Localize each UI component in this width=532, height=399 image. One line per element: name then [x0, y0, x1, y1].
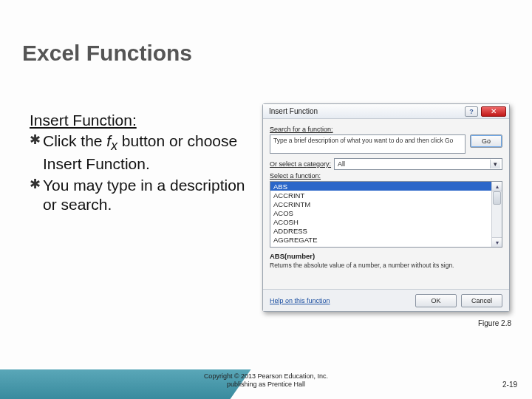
content-block: Insert Function: ✱ Click the fx button o… [30, 111, 259, 214]
list-item[interactable]: ACCRINT [270, 191, 491, 200]
list-item[interactable]: AGGREGATE [270, 235, 491, 244]
list-item[interactable]: ABS [270, 182, 491, 191]
bullet-2: ✱ You may type in a description or searc… [30, 176, 259, 215]
listbox-scrollbar[interactable]: ▴ ▾ [491, 182, 502, 247]
scroll-down-button[interactable]: ▾ [492, 237, 502, 247]
dialog-titlebar[interactable]: Insert Function ? ✕ [263, 104, 509, 119]
search-label: Search for a function: [270, 126, 502, 133]
insert-function-dialog: Insert Function ? ✕ Search for a functio… [262, 103, 510, 312]
function-description: Returns the absolute value of a number, … [270, 262, 502, 279]
dialog-body: Search for a function: Type a brief desc… [263, 119, 509, 279]
dialog-help-button[interactable]: ? [465, 106, 478, 117]
scroll-up-button[interactable]: ▴ [492, 182, 502, 191]
search-input[interactable]: Type a brief description of what you wan… [270, 134, 466, 154]
slide-title: Excel Functions [22, 41, 192, 66]
page-number: 2-19 [502, 381, 517, 389]
scroll-thumb[interactable] [493, 191, 501, 205]
cancel-button[interactable]: Cancel [461, 294, 502, 307]
chevron-down-icon: ▾ [490, 160, 500, 168]
copyright: Copyright © 2013 Pearson Education, Inc.… [0, 372, 532, 389]
dialog-footer: Help on this function OK Cancel [263, 289, 509, 311]
function-listbox[interactable]: ABSACCRINTACCRINTMACOSACOSHADDRESSAGGREG… [270, 181, 502, 248]
help-link[interactable]: Help on this function [270, 297, 411, 304]
bullet-icon: ✱ [30, 176, 43, 215]
list-item[interactable]: ADDRESS [270, 226, 491, 235]
function-syntax: ABS(number) [270, 252, 502, 260]
bullet-icon: ✱ [30, 132, 43, 174]
content-subhead: Insert Function: [30, 111, 259, 130]
category-select[interactable]: All ▾ [334, 158, 502, 170]
dialog-title: Insert Function [269, 107, 465, 115]
dialog-close-button[interactable]: ✕ [481, 106, 506, 117]
bullet-1: ✱ Click the fx button or choose Insert F… [30, 132, 259, 174]
figure-caption: Figure 2.8 [478, 319, 511, 327]
list-item[interactable]: ACOS [270, 208, 491, 217]
ok-button[interactable]: OK [415, 294, 457, 307]
bullet-2-text: You may type in a description or search. [43, 176, 259, 215]
go-button[interactable]: Go [470, 134, 502, 148]
select-function-label: Select a function: [270, 172, 502, 180]
list-item[interactable]: ACOSH [270, 217, 491, 226]
category-label: Or select a category: [270, 160, 331, 168]
bullet-1-text: Click the fx button or choose Insert Fun… [43, 132, 259, 174]
scroll-track[interactable] [492, 191, 502, 237]
category-value: All [338, 160, 345, 168]
list-item[interactable]: ACCRINTM [270, 200, 491, 208]
